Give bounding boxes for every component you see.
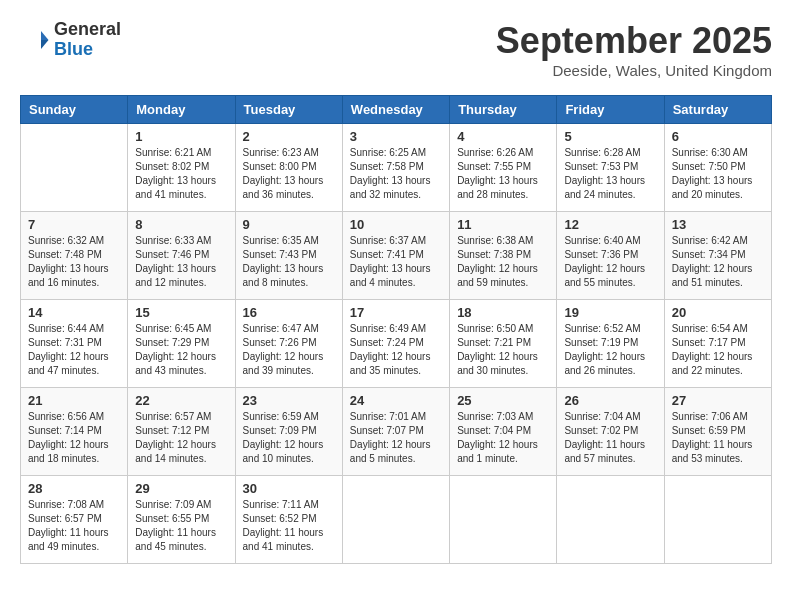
month-title: September 2025 (496, 20, 772, 62)
day-number: 4 (457, 129, 549, 144)
sunrise-text: Sunrise: 6:25 AM (350, 146, 442, 160)
weekday-header-row: SundayMondayTuesdayWednesdayThursdayFrid… (21, 96, 772, 124)
daylight-text: Daylight: 13 hours and 12 minutes. (135, 262, 227, 290)
sunset-text: Sunset: 8:02 PM (135, 160, 227, 174)
weekday-header: Tuesday (235, 96, 342, 124)
calendar-cell: 2 Sunrise: 6:23 AM Sunset: 8:00 PM Dayli… (235, 124, 342, 212)
calendar-week-row: 28 Sunrise: 7:08 AM Sunset: 6:57 PM Dayl… (21, 476, 772, 564)
calendar-cell: 26 Sunrise: 7:04 AM Sunset: 7:02 PM Dayl… (557, 388, 664, 476)
calendar-cell: 3 Sunrise: 6:25 AM Sunset: 7:58 PM Dayli… (342, 124, 449, 212)
daylight-text: Daylight: 12 hours and 55 minutes. (564, 262, 656, 290)
calendar-cell: 25 Sunrise: 7:03 AM Sunset: 7:04 PM Dayl… (450, 388, 557, 476)
calendar-cell: 5 Sunrise: 6:28 AM Sunset: 7:53 PM Dayli… (557, 124, 664, 212)
logo-general: General (54, 20, 121, 40)
weekday-header: Friday (557, 96, 664, 124)
sunrise-text: Sunrise: 7:09 AM (135, 498, 227, 512)
day-number: 1 (135, 129, 227, 144)
day-number: 26 (564, 393, 656, 408)
cell-info: Sunrise: 6:33 AM Sunset: 7:46 PM Dayligh… (135, 234, 227, 290)
calendar-cell: 10 Sunrise: 6:37 AM Sunset: 7:41 PM Dayl… (342, 212, 449, 300)
cell-info: Sunrise: 7:06 AM Sunset: 6:59 PM Dayligh… (672, 410, 764, 466)
svg-marker-1 (41, 40, 49, 49)
cell-info: Sunrise: 7:09 AM Sunset: 6:55 PM Dayligh… (135, 498, 227, 554)
cell-info: Sunrise: 6:42 AM Sunset: 7:34 PM Dayligh… (672, 234, 764, 290)
daylight-text: Daylight: 12 hours and 39 minutes. (243, 350, 335, 378)
sunset-text: Sunset: 7:31 PM (28, 336, 120, 350)
sunrise-text: Sunrise: 6:49 AM (350, 322, 442, 336)
calendar-week-row: 21 Sunrise: 6:56 AM Sunset: 7:14 PM Dayl… (21, 388, 772, 476)
sunrise-text: Sunrise: 6:38 AM (457, 234, 549, 248)
logo-blue: Blue (54, 40, 121, 60)
calendar-cell: 4 Sunrise: 6:26 AM Sunset: 7:55 PM Dayli… (450, 124, 557, 212)
daylight-text: Daylight: 12 hours and 5 minutes. (350, 438, 442, 466)
daylight-text: Daylight: 11 hours and 57 minutes. (564, 438, 656, 466)
daylight-text: Daylight: 13 hours and 41 minutes. (135, 174, 227, 202)
title-block: September 2025 Deeside, Wales, United Ki… (496, 20, 772, 79)
cell-info: Sunrise: 7:04 AM Sunset: 7:02 PM Dayligh… (564, 410, 656, 466)
cell-info: Sunrise: 6:26 AM Sunset: 7:55 PM Dayligh… (457, 146, 549, 202)
sunrise-text: Sunrise: 6:42 AM (672, 234, 764, 248)
sunset-text: Sunset: 7:07 PM (350, 424, 442, 438)
cell-info: Sunrise: 6:57 AM Sunset: 7:12 PM Dayligh… (135, 410, 227, 466)
sunrise-text: Sunrise: 6:47 AM (243, 322, 335, 336)
day-number: 23 (243, 393, 335, 408)
daylight-text: Daylight: 12 hours and 47 minutes. (28, 350, 120, 378)
sunrise-text: Sunrise: 6:57 AM (135, 410, 227, 424)
day-number: 3 (350, 129, 442, 144)
sunset-text: Sunset: 7:53 PM (564, 160, 656, 174)
sunrise-text: Sunrise: 6:44 AM (28, 322, 120, 336)
sunrise-text: Sunrise: 7:01 AM (350, 410, 442, 424)
cell-info: Sunrise: 6:21 AM Sunset: 8:02 PM Dayligh… (135, 146, 227, 202)
day-number: 24 (350, 393, 442, 408)
daylight-text: Daylight: 12 hours and 51 minutes. (672, 262, 764, 290)
sunset-text: Sunset: 7:17 PM (672, 336, 764, 350)
cell-info: Sunrise: 6:54 AM Sunset: 7:17 PM Dayligh… (672, 322, 764, 378)
cell-info: Sunrise: 6:56 AM Sunset: 7:14 PM Dayligh… (28, 410, 120, 466)
calendar-cell: 24 Sunrise: 7:01 AM Sunset: 7:07 PM Dayl… (342, 388, 449, 476)
location: Deeside, Wales, United Kingdom (496, 62, 772, 79)
sunrise-text: Sunrise: 6:59 AM (243, 410, 335, 424)
weekday-header: Thursday (450, 96, 557, 124)
calendar-cell (342, 476, 449, 564)
calendar-cell: 9 Sunrise: 6:35 AM Sunset: 7:43 PM Dayli… (235, 212, 342, 300)
calendar-cell: 14 Sunrise: 6:44 AM Sunset: 7:31 PM Dayl… (21, 300, 128, 388)
daylight-text: Daylight: 12 hours and 35 minutes. (350, 350, 442, 378)
calendar-week-row: 14 Sunrise: 6:44 AM Sunset: 7:31 PM Dayl… (21, 300, 772, 388)
day-number: 27 (672, 393, 764, 408)
sunrise-text: Sunrise: 6:52 AM (564, 322, 656, 336)
day-number: 6 (672, 129, 764, 144)
weekday-header: Sunday (21, 96, 128, 124)
cell-info: Sunrise: 7:01 AM Sunset: 7:07 PM Dayligh… (350, 410, 442, 466)
sunrise-text: Sunrise: 6:30 AM (672, 146, 764, 160)
calendar-cell: 6 Sunrise: 6:30 AM Sunset: 7:50 PM Dayli… (664, 124, 771, 212)
sunset-text: Sunset: 7:58 PM (350, 160, 442, 174)
sunset-text: Sunset: 6:57 PM (28, 512, 120, 526)
daylight-text: Daylight: 12 hours and 59 minutes. (457, 262, 549, 290)
calendar-cell (450, 476, 557, 564)
calendar-cell: 30 Sunrise: 7:11 AM Sunset: 6:52 PM Dayl… (235, 476, 342, 564)
sunset-text: Sunset: 6:52 PM (243, 512, 335, 526)
day-number: 30 (243, 481, 335, 496)
sunrise-text: Sunrise: 6:26 AM (457, 146, 549, 160)
daylight-text: Daylight: 11 hours and 41 minutes. (243, 526, 335, 554)
day-number: 29 (135, 481, 227, 496)
calendar-cell: 22 Sunrise: 6:57 AM Sunset: 7:12 PM Dayl… (128, 388, 235, 476)
sunrise-text: Sunrise: 6:56 AM (28, 410, 120, 424)
cell-info: Sunrise: 6:47 AM Sunset: 7:26 PM Dayligh… (243, 322, 335, 378)
day-number: 8 (135, 217, 227, 232)
day-number: 10 (350, 217, 442, 232)
sunset-text: Sunset: 7:26 PM (243, 336, 335, 350)
day-number: 11 (457, 217, 549, 232)
sunset-text: Sunset: 7:29 PM (135, 336, 227, 350)
daylight-text: Daylight: 12 hours and 1 minute. (457, 438, 549, 466)
day-number: 16 (243, 305, 335, 320)
sunrise-text: Sunrise: 6:40 AM (564, 234, 656, 248)
sunrise-text: Sunrise: 6:32 AM (28, 234, 120, 248)
calendar-cell: 16 Sunrise: 6:47 AM Sunset: 7:26 PM Dayl… (235, 300, 342, 388)
sunset-text: Sunset: 7:14 PM (28, 424, 120, 438)
daylight-text: Daylight: 11 hours and 53 minutes. (672, 438, 764, 466)
day-number: 21 (28, 393, 120, 408)
weekday-header: Monday (128, 96, 235, 124)
calendar-cell: 23 Sunrise: 6:59 AM Sunset: 7:09 PM Dayl… (235, 388, 342, 476)
daylight-text: Daylight: 13 hours and 28 minutes. (457, 174, 549, 202)
